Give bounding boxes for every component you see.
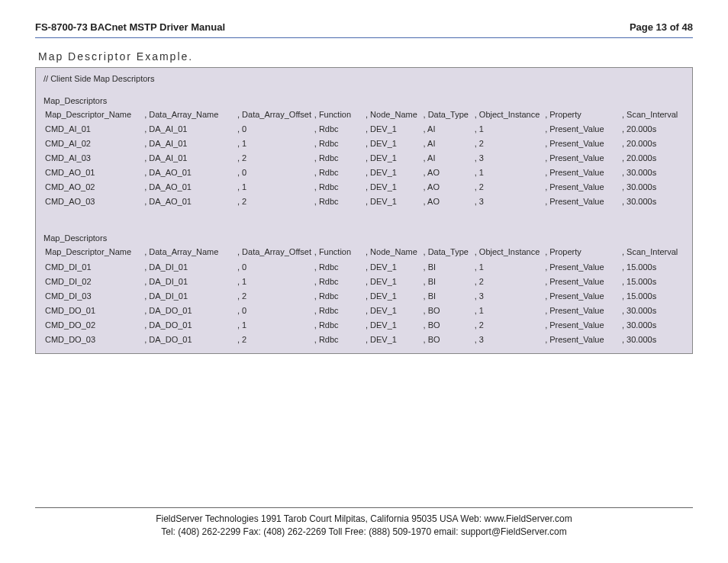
table-cell: , 1 (473, 304, 543, 318)
table-header-cell: , Function (313, 108, 364, 122)
table-header-cell: , Data_Array_Offset (236, 245, 313, 259)
table-cell: , 2 (236, 289, 313, 304)
table-cell: , Rdbc (313, 333, 364, 347)
table-cell: CMD_DO_01 (43, 304, 143, 318)
table-cell: , Rdbc (313, 137, 364, 151)
table-cell: , DA_DO_01 (143, 318, 236, 333)
table-cell: , Present_Value (543, 260, 620, 275)
table-cell: , BO (422, 318, 473, 333)
table-cell: , Rdbc (313, 260, 364, 275)
table-cell: , Present_Value (543, 304, 620, 318)
table-cell: , 0 (236, 260, 313, 275)
table-cell: , DA_DI_01 (143, 260, 236, 275)
table-cell: , Present_Value (543, 318, 620, 333)
table-cell: , BO (422, 304, 473, 318)
table-cell: , 2 (236, 151, 313, 166)
table-cell: , 2 (473, 275, 543, 289)
table-cell: CMD_DI_01 (43, 260, 143, 275)
table-row: CMD_DI_01, DA_DI_01, 0, Rdbc, DEV_1, BI,… (43, 260, 685, 275)
table-row: CMD_DO_01, DA_DO_01, 0, Rdbc, DEV_1, BO,… (43, 304, 685, 318)
page-footer: FieldServer Technologies 1991 Tarob Cour… (35, 507, 693, 539)
table-cell: , DEV_1 (364, 289, 422, 304)
table-row: CMD_AO_01, DA_AO_01, 0, Rdbc, DEV_1, AO,… (43, 166, 685, 180)
table-cell: , 30.000s (620, 166, 685, 180)
table-cell: , 3 (473, 333, 543, 347)
table-cell: , AI (422, 122, 473, 137)
table-cell: , DA_DO_01 (143, 333, 236, 347)
table-cell: , 20.000s (620, 122, 685, 137)
table-cell: , Rdbc (313, 122, 364, 137)
table-cell: , 2 (473, 137, 543, 151)
table-row: CMD_DO_02, DA_DO_01, 1, Rdbc, DEV_1, BO,… (43, 318, 685, 333)
table-cell: , 2 (236, 195, 313, 209)
table-cell: , 15.000s (620, 289, 685, 304)
table-cell: , AI (422, 137, 473, 151)
table-cell: , 0 (236, 304, 313, 318)
code-comment: // Client Side Map Descriptors (43, 72, 685, 85)
table-header-row: Map_Descriptor_Name, Data_Array_Name, Da… (43, 245, 685, 259)
table-cell: , 1 (236, 137, 313, 151)
section-title: Map Descriptor Example. (38, 50, 690, 63)
table-cell: CMD_DO_02 (43, 318, 143, 333)
table-header-cell: , Data_Array_Name (143, 108, 236, 122)
footer-line-1: FieldServer Technologies 1991 Tarob Cour… (35, 513, 693, 526)
table-cell: , 30.000s (620, 195, 685, 209)
table-cell: , 1 (473, 260, 543, 275)
table-cell: , DEV_1 (364, 166, 422, 180)
table-cell: , DEV_1 (364, 122, 422, 137)
table-cell: , DEV_1 (364, 195, 422, 209)
table-header-cell: , Scan_Interval (620, 245, 685, 259)
table-header-row: Map_Descriptor_Name, Data_Array_Name, Da… (43, 108, 685, 122)
table-cell: , DA_AO_01 (143, 166, 236, 180)
table-header-cell: Map_Descriptor_Name (43, 245, 143, 259)
table-cell: , AO (422, 166, 473, 180)
table-cell: , 2 (473, 318, 543, 333)
table-cell: , DEV_1 (364, 333, 422, 347)
table-cell: , Present_Value (543, 275, 620, 289)
table-header-cell: , Data_Type (422, 108, 473, 122)
table-cell: , AI (422, 151, 473, 166)
table-cell: , DEV_1 (364, 275, 422, 289)
doc-title: FS-8700-73 BACnet MSTP Driver Manual (35, 21, 225, 33)
table-row: CMD_AI_02, DA_AI_01, 1, Rdbc, DEV_1, AI,… (43, 137, 685, 151)
table-header-cell: , Property (543, 245, 620, 259)
table-cell: , DA_AO_01 (143, 195, 236, 209)
table-cell: , DEV_1 (364, 318, 422, 333)
table-cell: CMD_AI_02 (43, 137, 143, 151)
table-row: CMD_AI_01, DA_AI_01, 0, Rdbc, DEV_1, AI,… (43, 122, 685, 137)
table-row: CMD_DI_02, DA_DI_01, 1, Rdbc, DEV_1, BI,… (43, 275, 685, 289)
table-cell: CMD_DI_03 (43, 289, 143, 304)
table-cell: , DA_AI_01 (143, 137, 236, 151)
table-row: CMD_AI_03, DA_AI_01, 2, Rdbc, DEV_1, AI,… (43, 151, 685, 166)
table-cell: , Present_Value (543, 333, 620, 347)
table-header-cell: , Node_Name (364, 108, 422, 122)
table-header-cell: , Data_Array_Name (143, 245, 236, 259)
table-cell: , 1 (236, 180, 313, 195)
table-cell: , 0 (236, 122, 313, 137)
table-cell: CMD_AO_03 (43, 195, 143, 209)
table-cell: , 15.000s (620, 260, 685, 275)
table-cell: , DA_DO_01 (143, 304, 236, 318)
code-box: // Client Side Map Descriptors Map_Descr… (35, 67, 693, 354)
table-header-cell: , Data_Type (422, 245, 473, 259)
block-label-1: Map_Descriptors (43, 95, 685, 108)
table-cell: , Present_Value (543, 166, 620, 180)
table-cell: , DEV_1 (364, 304, 422, 318)
table-header-cell: , Data_Array_Offset (236, 108, 313, 122)
table-cell: CMD_AO_02 (43, 180, 143, 195)
table-cell: , DA_AI_01 (143, 151, 236, 166)
table-cell: , Rdbc (313, 275, 364, 289)
table-cell: , Rdbc (313, 180, 364, 195)
table-cell: CMD_DO_03 (43, 333, 143, 347)
table-cell: , 1 (236, 275, 313, 289)
table-cell: , 30.000s (620, 333, 685, 347)
table-cell: , 30.000s (620, 304, 685, 318)
table-cell: , Present_Value (543, 122, 620, 137)
table-cell: , DA_DI_01 (143, 275, 236, 289)
table-cell: , DEV_1 (364, 180, 422, 195)
table-cell: , 0 (236, 166, 313, 180)
table-header-cell: , Function (313, 245, 364, 259)
table-cell: , 2 (473, 180, 543, 195)
table-cell: , DA_AO_01 (143, 180, 236, 195)
footer-line-2: Tel: (408) 262-2299 Fax: (408) 262-2269 … (35, 526, 693, 539)
